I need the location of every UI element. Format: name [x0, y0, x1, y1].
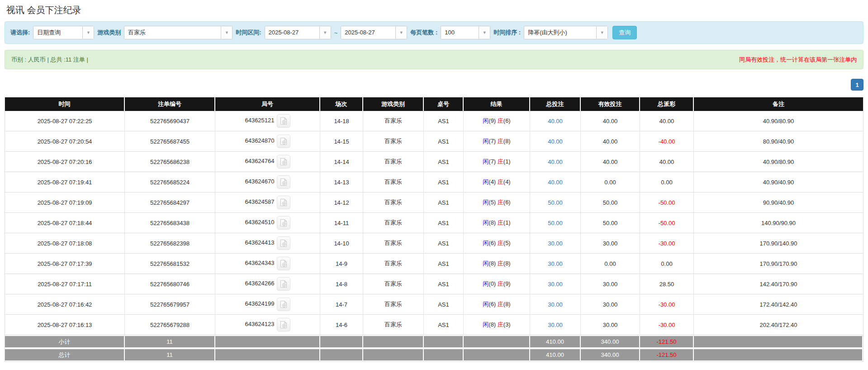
- header-bet-id: 注单编号: [125, 97, 215, 111]
- table-footer: 小计 11 410.00 340.00 -121.50 总计 11: [5, 335, 863, 361]
- query-type-value: 日期查询: [33, 26, 82, 39]
- cell-total-bet[interactable]: 50.00: [530, 192, 581, 213]
- video-replay-button[interactable]: [277, 298, 290, 311]
- video-replay-button[interactable]: [277, 114, 290, 128]
- cell-time: 2025-08-27 07:22:25: [5, 111, 125, 131]
- cell-time: 2025-08-27 07:18:44: [5, 213, 125, 233]
- cell-payout: 40.00: [640, 111, 694, 131]
- result-player-label: 闲: [483, 138, 489, 144]
- video-replay-button[interactable]: [277, 236, 290, 250]
- cell-bet-id: 522765682398: [125, 233, 215, 254]
- result-player-label: 闲: [483, 260, 489, 267]
- video-replay-button[interactable]: [277, 196, 290, 209]
- cell-session: 14-6: [320, 315, 363, 335]
- cell-total-bet[interactable]: 30.00: [530, 233, 581, 254]
- date-to-select[interactable]: 2025-08-27 ▼: [341, 26, 407, 39]
- cell-bet-id: 522765683438: [125, 213, 215, 233]
- cell-remark: 172.40/142.40: [694, 294, 863, 315]
- result-banker-label: 庄: [498, 280, 503, 287]
- page-button-1[interactable]: 1: [851, 79, 863, 91]
- video-file-icon: [280, 321, 287, 329]
- cell-game-type: 百家乐: [363, 213, 424, 233]
- result-banker-score: (1): [503, 219, 511, 226]
- cell-bet-id: 522765687455: [125, 131, 215, 152]
- cell-bet-id: 522765690437: [125, 111, 215, 131]
- chevron-down-icon[interactable]: ▼: [319, 26, 331, 39]
- cell-total-bet[interactable]: 30.00: [530, 254, 581, 274]
- cell-session: 14-8: [320, 274, 363, 294]
- cell-time: 2025-08-27 07:19:09: [5, 192, 125, 213]
- video-replay-button[interactable]: [277, 175, 290, 189]
- cell-remark: 142.40/170.90: [694, 274, 863, 294]
- cell-total-bet[interactable]: 50.00: [530, 213, 581, 233]
- chevron-down-icon[interactable]: ▼: [479, 26, 490, 39]
- cell-remark: 40.90/80.90: [694, 152, 863, 172]
- search-button[interactable]: 查询: [612, 26, 637, 39]
- grandtotal-row: 总计 11 410.00 340.00 -121.50: [5, 348, 863, 361]
- result-player-label: 闲: [483, 117, 489, 124]
- chevron-down-icon[interactable]: ▼: [221, 26, 232, 39]
- header-table-no: 桌号: [424, 97, 464, 111]
- cell-total-bet[interactable]: 30.00: [530, 274, 581, 294]
- cell-total-bet[interactable]: 30.00: [530, 294, 581, 315]
- cell-session: 14-14: [320, 152, 363, 172]
- chevron-down-icon[interactable]: ▼: [395, 26, 407, 39]
- video-replay-button[interactable]: [277, 155, 290, 168]
- chevron-down-icon[interactable]: ▼: [596, 26, 607, 39]
- result-banker-score: (8): [503, 301, 511, 308]
- header-valid-bet: 有效投注: [581, 97, 640, 111]
- result-banker-label: 庄: [498, 260, 503, 267]
- chevron-down-icon[interactable]: ▼: [82, 26, 94, 39]
- video-replay-button[interactable]: [277, 135, 290, 148]
- round-id-text: 643624764: [245, 158, 274, 164]
- cell-time: 2025-08-27 07:16:42: [5, 294, 125, 315]
- video-file-icon: [280, 300, 287, 308]
- subtotal-empty: [424, 335, 464, 348]
- game-type-select[interactable]: 百家乐 ▼: [124, 26, 232, 39]
- cell-session: 14-7: [320, 294, 363, 315]
- sort-select[interactable]: 降幂(由大到小) ▼: [524, 26, 608, 39]
- video-replay-button[interactable]: [277, 318, 290, 332]
- result-player-label: 闲: [483, 321, 489, 328]
- cell-round-id: 643624199: [215, 294, 320, 315]
- cell-round-id: 643624870: [215, 131, 320, 152]
- cell-total-bet[interactable]: 30.00: [530, 315, 581, 335]
- video-replay-button[interactable]: [277, 216, 290, 230]
- cell-total-bet[interactable]: 40.00: [530, 131, 581, 152]
- cell-result: 闲(7) 庄(1): [464, 152, 530, 172]
- filter-panel: 请选择: 日期查询 ▼ 游戏类别 百家乐 ▼ 时间区间: 2025-08-27 …: [5, 21, 863, 44]
- cell-remark: 170.90/170.90: [694, 254, 863, 274]
- pagination: 1: [5, 79, 863, 91]
- cell-result: 闲(8) 庄(1): [464, 213, 530, 233]
- video-replay-button[interactable]: [277, 257, 290, 270]
- cell-table-no: AS1: [424, 152, 464, 172]
- cell-round-id: 643624123: [215, 315, 320, 335]
- cell-remark: 170.90/140.90: [694, 233, 863, 254]
- round-id-text: 643624123: [245, 321, 274, 327]
- cell-payout: 0.00: [640, 254, 694, 274]
- date-from-select[interactable]: 2025-08-27 ▼: [265, 26, 331, 39]
- cell-valid-bet: 30.00: [581, 315, 640, 335]
- table-row: 2025-08-27 07:22:25 522765690437 6436251…: [5, 111, 863, 131]
- page-size-select[interactable]: 100 ▼: [441, 26, 490, 39]
- summary-currency-count: 币别 : 人民币 | 总共 :11 注单 |: [11, 56, 88, 64]
- cell-payout: -50.00: [640, 213, 694, 233]
- cell-total-bet[interactable]: 40.00: [530, 111, 581, 131]
- cell-bet-id: 522765679288: [125, 315, 215, 335]
- video-replay-button[interactable]: [277, 277, 290, 291]
- page-size-value: 100: [441, 26, 479, 39]
- cell-time: 2025-08-27 07:18:08: [5, 233, 125, 254]
- cell-total-bet[interactable]: 40.00: [530, 152, 581, 172]
- result-banker-score: (1): [503, 158, 511, 165]
- cell-bet-id: 522765681532: [125, 254, 215, 274]
- result-banker-label: 庄: [498, 219, 503, 226]
- cell-total-bet[interactable]: 40.00: [530, 172, 581, 192]
- sort-label: 时间排序 :: [493, 29, 521, 37]
- cell-result: 闲(0) 庄(9): [464, 274, 530, 294]
- result-banker-score: (6): [503, 199, 511, 206]
- round-id-text: 643624587: [245, 198, 274, 205]
- cell-session: 14-12: [320, 192, 363, 213]
- query-type-select[interactable]: 日期查询 ▼: [33, 26, 94, 39]
- game-type-value: 百家乐: [124, 26, 221, 39]
- cell-game-type: 百家乐: [363, 315, 424, 335]
